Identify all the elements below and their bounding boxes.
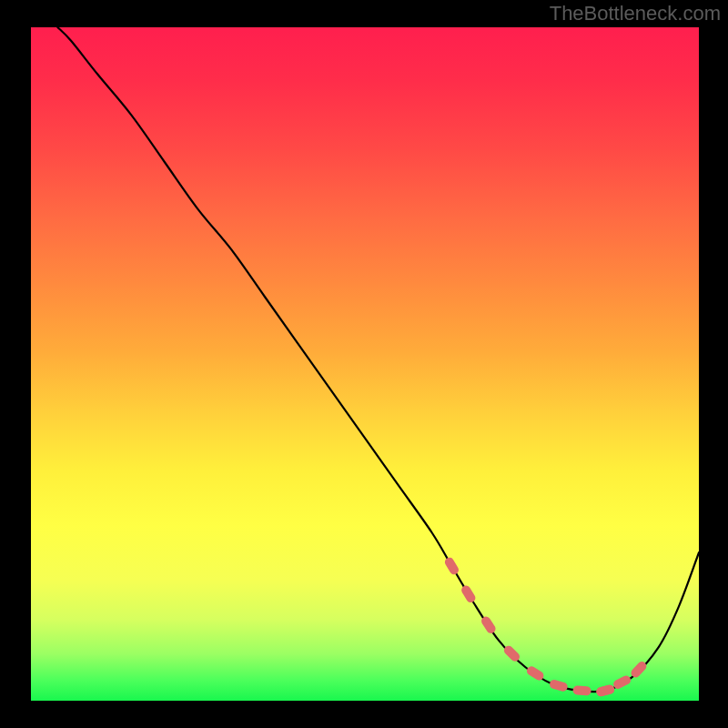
chart-svg: [31, 27, 699, 701]
optimal-dash: [531, 671, 539, 675]
optimal-dash: [450, 562, 454, 571]
optimal-dash: [618, 680, 626, 684]
optimal-dash: [466, 591, 470, 599]
optimal-dash: [486, 622, 491, 629]
optimal-dash: [601, 690, 610, 692]
bottleneck-curve: [57, 27, 699, 692]
plot-area: [31, 27, 699, 701]
optimal-range-dashes: [450, 562, 642, 692]
optimal-dash: [509, 651, 515, 657]
optimal-dash: [636, 666, 642, 672]
watermark-text: TheBottleneck.com: [550, 2, 721, 25]
optimal-dash: [578, 691, 587, 692]
chart-frame: TheBottleneck.com: [0, 0, 728, 728]
optimal-dash: [554, 684, 563, 687]
